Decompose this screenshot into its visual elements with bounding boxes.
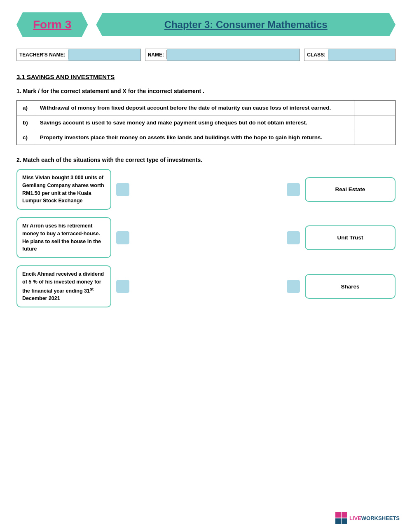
q1c-text: Property investors place their money on … bbox=[34, 130, 354, 145]
page-header: Form 3 Chapter 3: Consumer Mathematics bbox=[16, 8, 396, 41]
match-row-1: Miss Vivian bought 3 000 units of Gemila… bbox=[16, 169, 396, 210]
table-row: b) Savings account is used to save money… bbox=[17, 115, 396, 130]
class-input[interactable] bbox=[328, 49, 395, 61]
teacher-name-input[interactable] bbox=[68, 49, 140, 61]
match-box-right-2[interactable] bbox=[287, 231, 300, 244]
q1-table: a) Withdrawal of money from fixed deposi… bbox=[16, 100, 396, 145]
q1b-answer[interactable] bbox=[354, 115, 396, 130]
svg-rect-3 bbox=[342, 518, 347, 524]
match-right-group-2: Unit Trust bbox=[267, 225, 396, 250]
footer-logo bbox=[335, 512, 347, 524]
footer-live: LIVE bbox=[349, 515, 361, 521]
q1b-text: Savings account is used to save money an… bbox=[34, 115, 354, 130]
chapter-label: Chapter 3: Consumer Mathematics bbox=[164, 19, 328, 30]
student-name-input[interactable] bbox=[167, 49, 300, 61]
match-connector-3 bbox=[116, 280, 129, 293]
match-box-left-3[interactable] bbox=[116, 280, 129, 293]
section-heading: 3.1 SAVINGS AND INVESTMENTS bbox=[16, 73, 396, 80]
match-left-3: Encik Ahmad received a dividend of 5 % o… bbox=[16, 265, 111, 307]
table-row: a) Withdrawal of money from fixed deposi… bbox=[17, 101, 396, 115]
liveworksheets-logo-icon bbox=[335, 512, 347, 524]
question-1-text: 1. Mark / for the correct statement and … bbox=[16, 88, 396, 94]
match-connector-2 bbox=[116, 231, 129, 244]
name-label: NAME: bbox=[145, 50, 167, 59]
teacher-name-field: TEACHER'S NAME: bbox=[16, 49, 141, 61]
svg-rect-1 bbox=[342, 512, 347, 518]
q1a-text: Withdrawal of money from fixed deposit a… bbox=[34, 101, 354, 115]
match-left-2: Mr Arron uses his retirement money to bu… bbox=[16, 217, 111, 258]
q1c-label: c) bbox=[17, 130, 34, 145]
name-fields-row: TEACHER'S NAME: NAME: CLASS: bbox=[16, 49, 396, 61]
footer-brand-text: LIVEWORKSHEETS bbox=[349, 515, 400, 521]
chapter-badge: Chapter 3: Consumer Mathematics bbox=[96, 13, 396, 36]
class-field: CLASS: bbox=[304, 49, 396, 61]
match-box-left-2[interactable] bbox=[116, 231, 129, 244]
svg-rect-2 bbox=[335, 518, 341, 524]
q1a-label: a) bbox=[17, 101, 34, 115]
form-label: Form 3 bbox=[33, 18, 71, 31]
footer: LIVEWORKSHEETS bbox=[335, 512, 400, 524]
match-right-group-3: Shares bbox=[267, 274, 396, 299]
match-row-2: Mr Arron uses his retirement money to bu… bbox=[16, 217, 396, 258]
match-label-shares: Shares bbox=[305, 274, 396, 299]
match-box-right-1[interactable] bbox=[287, 183, 300, 196]
q1a-answer[interactable] bbox=[354, 101, 396, 115]
q2-matching-container: Miss Vivian bought 3 000 units of Gemila… bbox=[16, 169, 396, 307]
class-label: CLASS: bbox=[304, 50, 328, 59]
svg-rect-0 bbox=[335, 512, 341, 518]
match-box-right-3[interactable] bbox=[287, 280, 300, 293]
table-row: c) Property investors place their money … bbox=[17, 130, 396, 145]
match-label-unit-trust: Unit Trust bbox=[305, 225, 396, 250]
footer-worksheets: WORKSHEETS bbox=[361, 515, 400, 521]
match-left-3-text: Encik Ahmad received a dividend of 5 % o… bbox=[22, 271, 104, 301]
q1b-label: b) bbox=[17, 115, 34, 130]
match-connector-1 bbox=[116, 183, 129, 196]
form-badge: Form 3 bbox=[16, 12, 88, 37]
match-box-left-1[interactable] bbox=[116, 183, 129, 196]
teacher-label: TEACHER'S NAME: bbox=[17, 50, 68, 59]
match-left-1: Miss Vivian bought 3 000 units of Gemila… bbox=[16, 169, 111, 210]
q1c-answer[interactable] bbox=[354, 130, 396, 145]
question-2-text: 2. Match each of the situations with the… bbox=[16, 157, 396, 163]
match-right-group-1: Real Estate bbox=[267, 177, 396, 202]
match-label-real-estate: Real Estate bbox=[305, 177, 396, 202]
student-name-field: NAME: bbox=[145, 49, 300, 61]
match-row-3: Encik Ahmad received a dividend of 5 % o… bbox=[16, 265, 396, 307]
